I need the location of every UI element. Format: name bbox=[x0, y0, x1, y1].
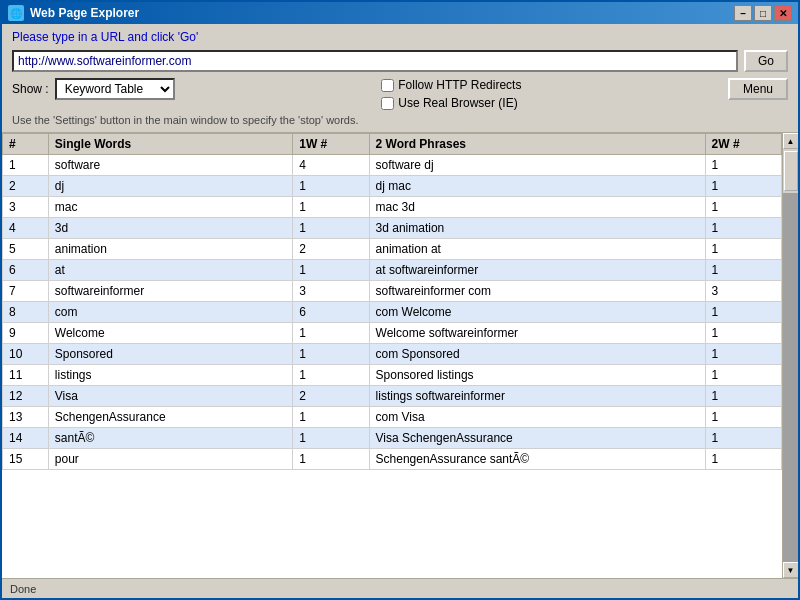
url-input[interactable] bbox=[12, 50, 738, 72]
table-scroll[interactable]: # Single Words 1W # 2 Word Phrases 2W # … bbox=[2, 133, 782, 578]
cell-phrase: Visa SchengenAssurance bbox=[369, 428, 705, 449]
cell-pw-count: 1 bbox=[705, 323, 781, 344]
cell-phrase: softwareinformer com bbox=[369, 281, 705, 302]
cell-pw-count: 1 bbox=[705, 449, 781, 470]
cell-num: 14 bbox=[3, 428, 49, 449]
right-controls: Menu bbox=[728, 78, 788, 100]
cell-sw-count: 1 bbox=[293, 449, 369, 470]
cell-pw-count: 1 bbox=[705, 260, 781, 281]
table-row: 15 pour 1 SchengenAssurance santÃ© 1 bbox=[3, 449, 782, 470]
cell-num: 4 bbox=[3, 218, 49, 239]
table-row: 12 Visa 2 listings softwareinformer 1 bbox=[3, 386, 782, 407]
scroll-up-arrow[interactable]: ▲ bbox=[783, 133, 799, 149]
status-text: Done bbox=[10, 583, 36, 595]
cell-phrase: listings softwareinformer bbox=[369, 386, 705, 407]
cell-sw-count: 1 bbox=[293, 407, 369, 428]
menu-button[interactable]: Menu bbox=[728, 78, 788, 100]
cell-sw-count: 1 bbox=[293, 344, 369, 365]
table-row: 13 SchengenAssurance 1 com Visa 1 bbox=[3, 407, 782, 428]
maximize-button[interactable]: □ bbox=[754, 5, 772, 21]
cell-phrase: com Sponsored bbox=[369, 344, 705, 365]
cell-phrase: at softwareinformer bbox=[369, 260, 705, 281]
table-row: 3 mac 1 mac 3d 1 bbox=[3, 197, 782, 218]
cell-pw-count: 1 bbox=[705, 239, 781, 260]
keyword-table: # Single Words 1W # 2 Word Phrases 2W # … bbox=[2, 133, 782, 470]
cell-phrase: 3d animation bbox=[369, 218, 705, 239]
close-button[interactable]: ✕ bbox=[774, 5, 792, 21]
cell-num: 5 bbox=[3, 239, 49, 260]
app-window: 🌐 Web Page Explorer – □ ✕ Please type in… bbox=[0, 0, 800, 600]
cell-num: 2 bbox=[3, 176, 49, 197]
cell-pw-count: 1 bbox=[705, 176, 781, 197]
settings-note: Use the 'Settings' button in the main wi… bbox=[12, 114, 788, 126]
cell-num: 1 bbox=[3, 155, 49, 176]
cell-single: Welcome bbox=[48, 323, 292, 344]
follow-redirects-label: Follow HTTP Redirects bbox=[398, 78, 521, 92]
controls-row: Show : Keyword Table Follow HTTP Redirec… bbox=[12, 78, 788, 110]
cell-sw-count: 3 bbox=[293, 281, 369, 302]
cell-phrase: software dj bbox=[369, 155, 705, 176]
status-bar: Done bbox=[2, 578, 798, 598]
cell-num: 15 bbox=[3, 449, 49, 470]
cell-sw-count: 2 bbox=[293, 239, 369, 260]
cell-sw-count: 2 bbox=[293, 386, 369, 407]
middle-controls: Follow HTTP Redirects Use Real Browser (… bbox=[381, 78, 521, 110]
cell-pw-count: 1 bbox=[705, 428, 781, 449]
title-bar-left: 🌐 Web Page Explorer bbox=[8, 5, 139, 21]
cell-sw-count: 4 bbox=[293, 155, 369, 176]
cell-pw-count: 1 bbox=[705, 155, 781, 176]
cell-single: at bbox=[48, 260, 292, 281]
table-row: 4 3d 1 3d animation 1 bbox=[3, 218, 782, 239]
use-real-browser-checkbox[interactable] bbox=[381, 97, 394, 110]
cell-phrase: com Welcome bbox=[369, 302, 705, 323]
follow-redirects-checkbox[interactable] bbox=[381, 79, 394, 92]
cell-single: softwareinformer bbox=[48, 281, 292, 302]
cell-single: mac bbox=[48, 197, 292, 218]
col-2word-phrases: 2 Word Phrases bbox=[369, 134, 705, 155]
window-title: Web Page Explorer bbox=[30, 6, 139, 20]
table-row: 11 listings 1 Sponsored listings 1 bbox=[3, 365, 782, 386]
left-controls: Show : Keyword Table bbox=[12, 78, 175, 100]
cell-single: animation bbox=[48, 239, 292, 260]
table-wrapper: # Single Words 1W # 2 Word Phrases 2W # … bbox=[2, 133, 798, 578]
follow-redirects-row: Follow HTTP Redirects bbox=[381, 78, 521, 92]
cell-single: 3d bbox=[48, 218, 292, 239]
go-button[interactable]: Go bbox=[744, 50, 788, 72]
table-row: 7 softwareinformer 3 softwareinformer co… bbox=[3, 281, 782, 302]
vertical-scrollbar[interactable]: ▲ ▼ bbox=[782, 133, 798, 578]
cell-pw-count: 3 bbox=[705, 281, 781, 302]
table-row: 2 dj 1 dj mac 1 bbox=[3, 176, 782, 197]
scroll-down-arrow[interactable]: ▼ bbox=[783, 562, 799, 578]
cell-single: dj bbox=[48, 176, 292, 197]
cell-pw-count: 1 bbox=[705, 302, 781, 323]
cell-pw-count: 1 bbox=[705, 344, 781, 365]
cell-pw-count: 1 bbox=[705, 197, 781, 218]
show-label: Show : bbox=[12, 78, 49, 100]
table-row: 10 Sponsored 1 com Sponsored 1 bbox=[3, 344, 782, 365]
col-num: # bbox=[3, 134, 49, 155]
prompt-label: Please type in a URL and click 'Go' bbox=[12, 30, 788, 44]
col-1w: 1W # bbox=[293, 134, 369, 155]
cell-phrase: dj mac bbox=[369, 176, 705, 197]
cell-phrase: mac 3d bbox=[369, 197, 705, 218]
minimize-button[interactable]: – bbox=[734, 5, 752, 21]
cell-phrase: Welcome softwareinformer bbox=[369, 323, 705, 344]
scroll-track[interactable] bbox=[783, 193, 798, 562]
use-real-browser-label: Use Real Browser (IE) bbox=[398, 96, 517, 110]
cell-phrase: com Visa bbox=[369, 407, 705, 428]
cell-sw-count: 1 bbox=[293, 218, 369, 239]
app-icon: 🌐 bbox=[8, 5, 24, 21]
cell-single: com bbox=[48, 302, 292, 323]
cell-num: 10 bbox=[3, 344, 49, 365]
col-2w: 2W # bbox=[705, 134, 781, 155]
cell-num: 12 bbox=[3, 386, 49, 407]
cell-single: listings bbox=[48, 365, 292, 386]
cell-single: Sponsored bbox=[48, 344, 292, 365]
use-real-browser-row: Use Real Browser (IE) bbox=[381, 96, 521, 110]
show-select[interactable]: Keyword Table bbox=[55, 78, 175, 100]
scroll-thumb[interactable] bbox=[784, 151, 798, 191]
url-row: Go bbox=[12, 50, 788, 72]
table-section: # Single Words 1W # 2 Word Phrases 2W # … bbox=[2, 133, 798, 578]
cell-pw-count: 1 bbox=[705, 365, 781, 386]
top-section: Please type in a URL and click 'Go' Go S… bbox=[2, 24, 798, 133]
